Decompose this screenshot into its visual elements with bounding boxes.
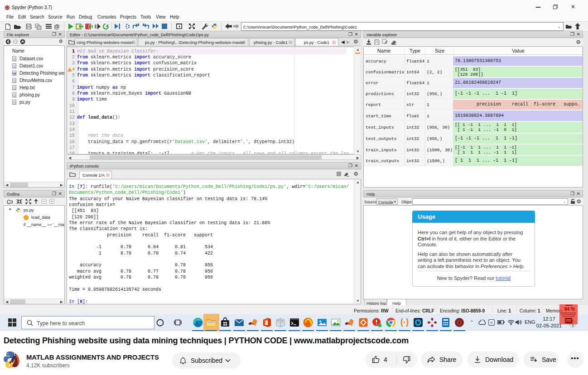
svg-text:e: e [490,320,493,325]
